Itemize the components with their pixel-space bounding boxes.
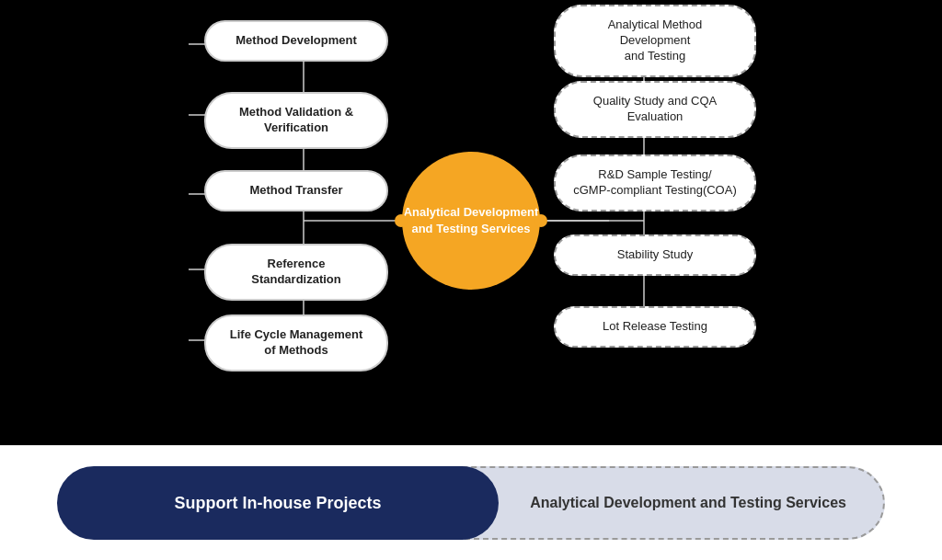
right-pill-analytical-method-dev: Analytical Method Developmentand Testing [554, 5, 756, 77]
left-pill-life-cycle-management: Life Cycle Managementof Methods [204, 314, 388, 371]
left-connector-dot [395, 214, 408, 227]
center-circle: Analytical Development and Testing Servi… [402, 152, 540, 290]
right-pill-quality-study: Quality Study and CQA Evaluation [554, 81, 756, 138]
right-pill-rd-sample-testing: R&D Sample Testing/cGMP-compliant Testin… [554, 154, 756, 211]
center-circle-label: Analytical Development and Testing Servi… [402, 204, 540, 237]
bottom-section: Analytical Development and Testing Servi… [0, 445, 942, 560]
left-pill-method-transfer: Method Transfer [204, 170, 388, 211]
right-connector-dot [534, 214, 547, 227]
diagram-area: Analytical Development and Testing Servi… [0, 0, 942, 441]
bottom-left-label: Support In-house Projects [174, 494, 381, 513]
left-pill-method-validation: Method Validation &Verification [204, 92, 388, 149]
bottom-pill-container: Analytical Development and Testing Servi… [57, 466, 885, 540]
left-pill-reference-standardization: Reference Standardization [204, 244, 388, 301]
bottom-right-label: Analytical Development and Testing Servi… [530, 495, 846, 511]
right-pill-stability-study: Stability Study [554, 234, 756, 276]
left-pill-method-development: Method Development [204, 20, 388, 62]
right-pill-lot-release-testing: Lot Release Testing [554, 306, 756, 348]
bottom-pill-left: Support In-house Projects [57, 466, 499, 540]
